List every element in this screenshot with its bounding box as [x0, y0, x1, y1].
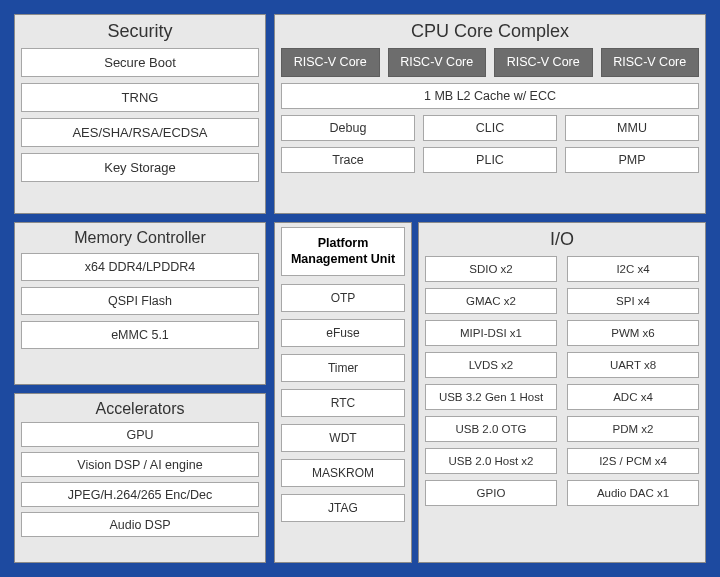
io-item: SDIO x2 [425, 256, 557, 282]
security-item: Key Storage [21, 153, 259, 182]
io-item: USB 2.0 Host x2 [425, 448, 557, 474]
io-item: I2S / PCM x4 [567, 448, 699, 474]
security-item: AES/SHA/RSA/ECDSA [21, 118, 259, 147]
memory-title: Memory Controller [21, 229, 259, 247]
pmu-item: RTC [281, 389, 405, 417]
memory-item: x64 DDR4/LPDDR4 [21, 253, 259, 281]
accelerators-title: Accelerators [21, 400, 259, 418]
pmu-item: Timer [281, 354, 405, 382]
pmu-title: Platform Management Unit [281, 227, 405, 276]
io-item: GPIO [425, 480, 557, 506]
riscv-core: RISC-V Core [494, 48, 593, 77]
io-item: UART x8 [567, 352, 699, 378]
cpu-panel: CPU Core Complex RISC-V Core RISC-V Core… [274, 14, 706, 214]
riscv-core: RISC-V Core [281, 48, 380, 77]
accel-item: Audio DSP [21, 512, 259, 537]
cpu-subblock: PMP [565, 147, 699, 173]
io-item: Audio DAC x1 [567, 480, 699, 506]
pmu-item: eFuse [281, 319, 405, 347]
l2-cache: 1 MB L2 Cache w/ ECC [281, 83, 699, 109]
memory-item: QSPI Flash [21, 287, 259, 315]
diagram-grid: Security Secure Boot TRNG AES/SHA/RSA/EC… [14, 14, 706, 563]
security-item: Secure Boot [21, 48, 259, 77]
cpu-title: CPU Core Complex [281, 21, 699, 42]
soc-block-diagram: Security Secure Boot TRNG AES/SHA/RSA/EC… [0, 0, 720, 577]
riscv-core: RISC-V Core [388, 48, 487, 77]
accelerators-panel: Accelerators GPU Vision DSP / AI engine … [14, 393, 266, 563]
io-item: PDM x2 [567, 416, 699, 442]
io-item: ADC x4 [567, 384, 699, 410]
io-title: I/O [425, 229, 699, 250]
accel-item: JPEG/H.264/265 Enc/Dec [21, 482, 259, 507]
io-item: PWM x6 [567, 320, 699, 346]
pmu-panel: Platform Management Unit OTP eFuse Timer… [274, 222, 412, 563]
cpu-subblock: Trace [281, 147, 415, 173]
accel-item: GPU [21, 422, 259, 447]
pmu-item: WDT [281, 424, 405, 452]
pmu-item: OTP [281, 284, 405, 312]
security-title: Security [21, 21, 259, 42]
riscv-core: RISC-V Core [601, 48, 700, 77]
io-item: I2C x4 [567, 256, 699, 282]
pmu-item: JTAG [281, 494, 405, 522]
memory-panel: Memory Controller x64 DDR4/LPDDR4 QSPI F… [14, 222, 266, 385]
io-item: USB 2.0 OTG [425, 416, 557, 442]
accel-item: Vision DSP / AI engine [21, 452, 259, 477]
memory-item: eMMC 5.1 [21, 321, 259, 349]
io-item: USB 3.2 Gen 1 Host [425, 384, 557, 410]
cpu-subblock: CLIC [423, 115, 557, 141]
io-item: LVDS x2 [425, 352, 557, 378]
io-item: MIPI-DSI x1 [425, 320, 557, 346]
cpu-subblock: Debug [281, 115, 415, 141]
io-item: SPI x4 [567, 288, 699, 314]
io-item: GMAC x2 [425, 288, 557, 314]
cpu-subblock: MMU [565, 115, 699, 141]
security-item: TRNG [21, 83, 259, 112]
security-panel: Security Secure Boot TRNG AES/SHA/RSA/EC… [14, 14, 266, 214]
pmu-item: MASKROM [281, 459, 405, 487]
io-panel: I/O SDIO x2 I2C x4 GMAC x2 SPI x4 MIPI-D… [418, 222, 706, 563]
cpu-subblock: PLIC [423, 147, 557, 173]
